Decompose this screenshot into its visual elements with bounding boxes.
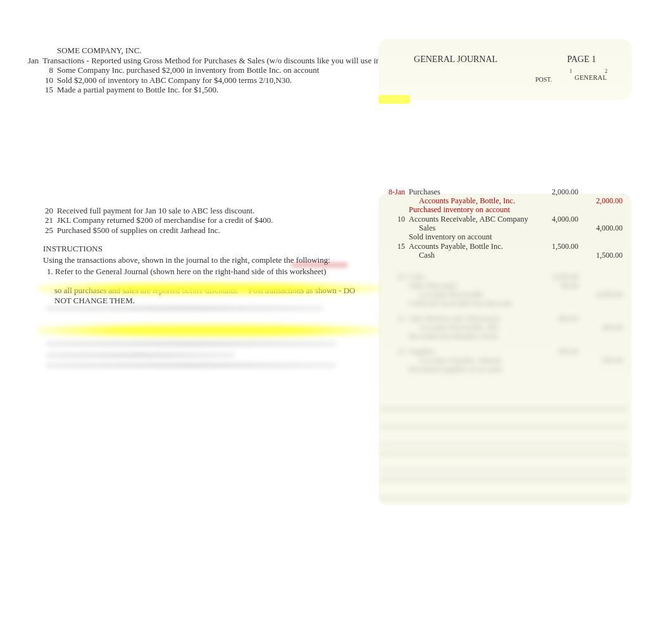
col-number-2: 2 bbox=[605, 68, 607, 74]
post-label: POST. bbox=[535, 76, 552, 83]
account-name: Accounts Payable, Bottle Inc. bbox=[409, 242, 534, 251]
journal-title: GENERAL JOURNAL bbox=[414, 54, 497, 65]
account-name: Sales bbox=[409, 224, 534, 232]
tx-day: 20 bbox=[42, 206, 53, 216]
journal-entry: 10 Accounts Receivable, ABC Company 4,00… bbox=[378, 215, 632, 241]
credit-amount: 1,500.00 bbox=[578, 251, 623, 260]
tx-day: 10 bbox=[42, 75, 53, 85]
instruction-foot-a: so all purchases and sales are reported … bbox=[54, 286, 239, 295]
blurred-journal-entries: 20Cash3,920.00 Sales Discounts80.00 Acco… bbox=[378, 272, 632, 507]
general-label: GENERAL bbox=[575, 74, 607, 81]
tx-day: 25 bbox=[42, 225, 53, 236]
account-name: Cash bbox=[409, 251, 534, 260]
col-number-1: 1 bbox=[569, 68, 572, 74]
journal-entry: 8-Jan Purchases 2,000.00 Accounts Payabl… bbox=[378, 187, 632, 214]
tx-desc: JKL Company returned $200 of merchandise… bbox=[57, 215, 370, 225]
month-label: Jan bbox=[28, 56, 39, 66]
general-journal: GENERAL JOURNAL PAGE 1 POST. 1 GENERAL 2… bbox=[378, 39, 632, 260]
tx-day: 15 bbox=[42, 85, 53, 95]
entry-memo: Sold inventory on account bbox=[409, 232, 534, 241]
tx-desc: Made a partial payment to Bottle Inc. fo… bbox=[57, 85, 370, 95]
account-name: Accounts Payable, Bottle, Inc. bbox=[409, 196, 534, 205]
credit-amount: 2,000.00 bbox=[578, 196, 623, 205]
transactions-panel: SOME COMPANY, INC. JanTransactions - Rep… bbox=[28, 46, 370, 306]
debit-amount: 4,000.00 bbox=[534, 215, 578, 224]
credit-amount: 4,000.00 bbox=[578, 224, 623, 232]
company-name: SOME COMPANY, INC. bbox=[57, 46, 370, 56]
account-name: Purchases bbox=[409, 187, 534, 196]
instruction-number: 1. bbox=[47, 267, 53, 276]
journal-entry: 15 Accounts Payable, Bottle Inc. 1,500.0… bbox=[378, 242, 632, 260]
entry-date: 10 bbox=[378, 215, 409, 224]
transactions-header: Transactions - Reported using Gross Meth… bbox=[42, 56, 434, 66]
journal-highlight-stub bbox=[378, 95, 410, 104]
entry-date: 8-Jan bbox=[378, 187, 409, 196]
tx-desc: Sold $2,000 of inventory to ABC Company … bbox=[57, 75, 370, 85]
instructions-line: Using the transactions above, shown in t… bbox=[43, 255, 370, 265]
account-name: Accounts Receivable, ABC Company bbox=[409, 215, 534, 224]
tx-desc: Received full payment for Jan 10 sale to… bbox=[57, 206, 370, 216]
journal-page: PAGE 1 bbox=[567, 54, 596, 65]
tx-day: 21 bbox=[42, 215, 53, 225]
instructions-heading: INSTRUCTIONS bbox=[43, 244, 370, 254]
entry-date: 15 bbox=[378, 242, 409, 251]
debit-amount: 2,000.00 bbox=[534, 187, 578, 196]
tx-desc: Purchased $500 of supplies on credit Jar… bbox=[57, 225, 370, 236]
entry-memo: Purchased inventory on account bbox=[409, 205, 534, 214]
tx-desc: Some Company Inc. purchased $2,000 in in… bbox=[57, 65, 370, 75]
debit-amount: 1,500.00 bbox=[534, 242, 578, 251]
tx-day: 8 bbox=[42, 65, 53, 75]
instruction-item: Refer to the General Journal (shown here… bbox=[55, 267, 327, 276]
